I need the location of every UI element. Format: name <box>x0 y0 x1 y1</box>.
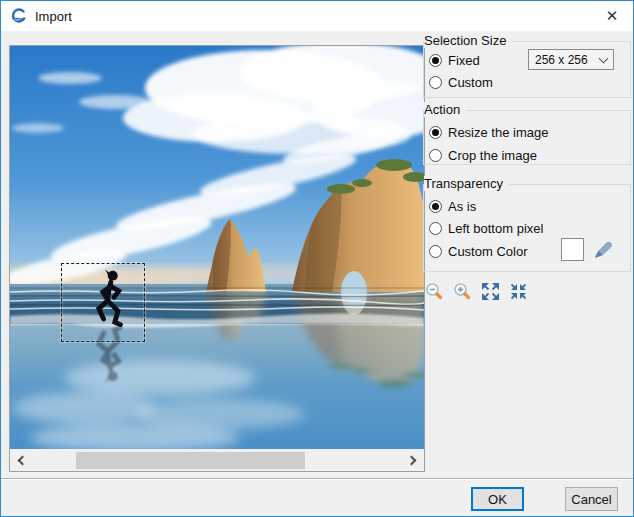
crop-radio-row[interactable]: Crop the image <box>429 148 537 162</box>
custom-color-radio-row[interactable]: Custom Color <box>429 244 527 258</box>
as-is-radio[interactable] <box>429 200 442 213</box>
button-area-separator <box>1 478 633 480</box>
transparency-group: Transparency As is Left bottom pixel Cus… <box>423 184 631 272</box>
realworld-logo-icon <box>9 7 27 25</box>
crop-radio-label: Crop the image <box>448 148 537 163</box>
action-title: Action <box>424 102 466 117</box>
resize-radio-row[interactable]: Resize the image <box>429 125 548 139</box>
scrollbar-track[interactable] <box>32 450 402 471</box>
scroll-right-button[interactable] <box>402 450 424 471</box>
close-button[interactable]: ✕ <box>591 1 633 31</box>
scrollbar-thumb[interactable] <box>76 452 305 469</box>
preview-image[interactable] <box>10 46 424 449</box>
actual-size-icon[interactable] <box>509 282 528 301</box>
size-dropdown-value: 256 x 256 <box>535 53 600 67</box>
horizontal-scrollbar <box>10 450 424 471</box>
fixed-radio-label: Fixed <box>448 53 480 68</box>
action-group: Action Resize the image Crop the image <box>423 110 631 165</box>
crop-radio[interactable] <box>429 149 442 162</box>
titlebar: Import ✕ <box>1 1 633 31</box>
custom-radio[interactable] <box>429 76 442 89</box>
left-bottom-pixel-radio-label: Left bottom pixel <box>448 221 543 236</box>
dialog-title: Import <box>35 9 72 24</box>
eyedropper-icon[interactable] <box>593 240 613 260</box>
ok-button[interactable]: OK <box>471 487 524 511</box>
beach-photo <box>10 46 424 449</box>
left-bottom-pixel-radio[interactable] <box>429 222 442 235</box>
custom-color-swatch[interactable] <box>561 238 584 261</box>
selection-size-title: Selection Size <box>424 33 512 48</box>
as-is-radio-label: As is <box>448 199 476 214</box>
chevron-left-icon <box>18 456 28 466</box>
selection-marquee[interactable] <box>61 263 145 342</box>
fixed-radio[interactable] <box>429 54 442 67</box>
selection-size-group: Selection Size Fixed 256 x 256 Custom <box>423 41 631 98</box>
resize-radio[interactable] <box>429 126 442 139</box>
fit-to-window-icon[interactable] <box>481 282 500 301</box>
zoom-in-icon[interactable] <box>453 282 472 301</box>
left-bottom-pixel-radio-row[interactable]: Left bottom pixel <box>429 221 543 235</box>
chevron-right-icon <box>407 456 417 466</box>
custom-color-radio[interactable] <box>429 245 442 258</box>
fixed-radio-row[interactable]: Fixed <box>429 53 480 67</box>
zoom-toolbar <box>425 282 528 301</box>
cancel-button[interactable]: Cancel <box>565 487 618 511</box>
size-dropdown[interactable]: 256 x 256 <box>528 49 614 70</box>
custom-color-radio-label: Custom Color <box>448 244 527 259</box>
scroll-left-button[interactable] <box>10 450 32 471</box>
resize-radio-label: Resize the image <box>448 125 548 140</box>
import-dialog: Import ✕ <box>0 0 634 517</box>
custom-radio-row[interactable]: Custom <box>429 75 493 89</box>
custom-radio-label: Custom <box>448 75 493 90</box>
transparency-title: Transparency <box>424 176 509 191</box>
zoom-out-icon[interactable] <box>425 282 444 301</box>
chevron-down-icon <box>599 53 609 63</box>
image-preview-panel <box>9 45 425 472</box>
as-is-radio-row[interactable]: As is <box>429 199 476 213</box>
